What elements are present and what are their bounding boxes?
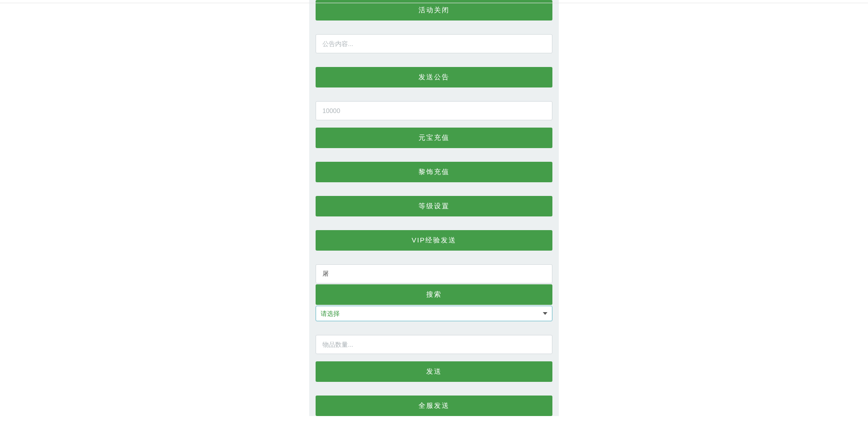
top-divider bbox=[0, 3, 868, 3]
page-wrapper: 活动关闭 发送公告 元宝充值 黎饰充值 等级设置 VIP经验发送 搜索 请选择 … bbox=[0, 0, 868, 416]
amount-input[interactable] bbox=[316, 101, 552, 120]
content-panel: 活动关闭 发送公告 元宝充值 黎饰充值 等级设置 VIP经验发送 搜索 请选择 … bbox=[309, 0, 559, 416]
decoration-recharge-button[interactable]: 黎饰充值 bbox=[316, 162, 552, 182]
item-select[interactable]: 请选择 bbox=[316, 306, 552, 321]
level-setting-button[interactable]: 等级设置 bbox=[316, 196, 552, 216]
yuanbao-recharge-button[interactable]: 元宝充值 bbox=[316, 128, 552, 148]
send-announcement-button[interactable]: 发送公告 bbox=[316, 67, 552, 87]
item-quantity-input[interactable] bbox=[316, 335, 552, 354]
search-input[interactable] bbox=[316, 264, 552, 283]
send-button[interactable]: 发送 bbox=[316, 361, 552, 382]
search-button[interactable]: 搜索 bbox=[316, 284, 552, 305]
announcement-input[interactable] bbox=[316, 34, 552, 53]
send-all-server-button[interactable]: 全服发送 bbox=[316, 396, 552, 416]
vip-exp-send-button[interactable]: VIP经验发送 bbox=[316, 230, 552, 251]
